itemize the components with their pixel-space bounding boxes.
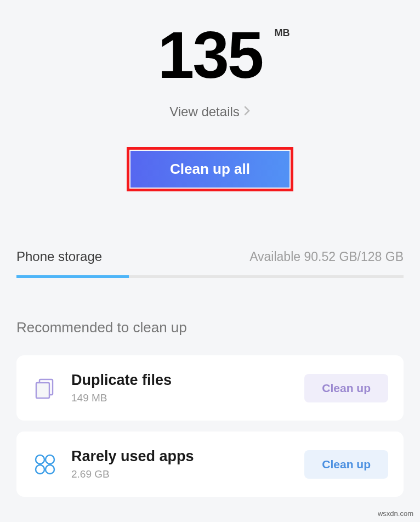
watermark: wsxdn.com xyxy=(378,509,413,518)
phone-storage-section: Phone storage Available 90.52 GB/128 GB xyxy=(16,249,404,278)
view-details-link[interactable]: View details xyxy=(0,104,420,120)
svg-point-5 xyxy=(46,465,54,474)
storage-available-text: Available 90.52 GB/128 GB xyxy=(249,249,404,264)
view-details-label: View details xyxy=(169,104,240,120)
cleanable-unit: MB xyxy=(275,27,290,39)
storage-progress-bar xyxy=(16,275,404,278)
svg-point-2 xyxy=(36,455,44,464)
card-duplicate-files[interactable]: Duplicate files 149 MB Clean up xyxy=(16,355,404,421)
cleanable-size-display: 135 MB xyxy=(157,22,262,88)
chevron-right-icon xyxy=(244,106,251,118)
rarely-used-apps-icon xyxy=(32,451,58,478)
card-title: Rarely used apps xyxy=(71,448,291,465)
svg-point-3 xyxy=(46,455,54,464)
clean-all-highlight: Clean up all xyxy=(127,147,293,191)
card-rarely-used-apps[interactable]: Rarely used apps 2.69 GB Clean up xyxy=(16,432,404,497)
svg-rect-1 xyxy=(36,383,49,398)
clean-up-button[interactable]: Clean up xyxy=(304,374,388,402)
duplicate-files-icon xyxy=(32,375,58,401)
clean-up-all-button[interactable]: Clean up all xyxy=(130,151,290,188)
card-title: Duplicate files xyxy=(71,372,291,389)
card-subtitle: 2.69 GB xyxy=(71,468,291,480)
cleanable-amount: 135 xyxy=(157,22,262,88)
clean-up-button[interactable]: Clean up xyxy=(304,450,388,479)
svg-point-4 xyxy=(36,465,44,474)
storage-progress-fill xyxy=(16,275,129,278)
card-subtitle: 149 MB xyxy=(71,392,291,404)
recommend-title: Recommended to clean up xyxy=(16,319,404,336)
storage-title: Phone storage xyxy=(16,249,102,264)
